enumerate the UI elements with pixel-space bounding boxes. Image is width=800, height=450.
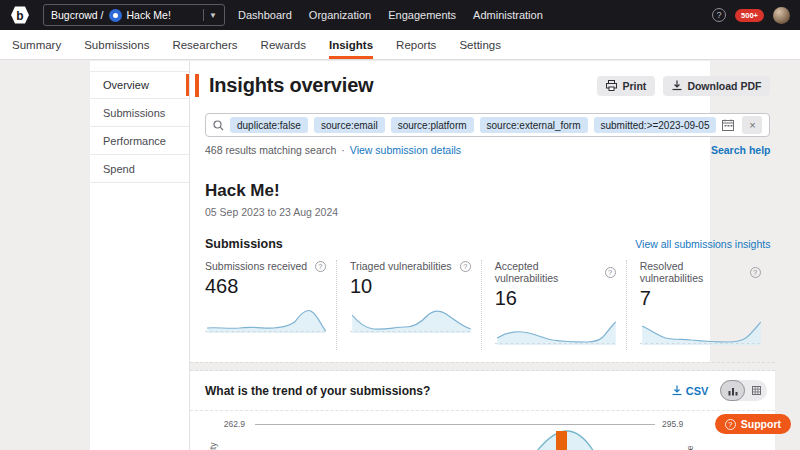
sidebar-item-spend[interactable]: Spend [90, 155, 189, 183]
search-input[interactable]: duplicate:false source:email source:plat… [205, 113, 770, 137]
filter-pill-source-external-form[interactable]: source:external_form [480, 117, 588, 133]
print-button[interactable]: Print [597, 76, 655, 96]
question-icon[interactable]: ? [460, 261, 471, 272]
results-row: 468 results matching search · View submi… [205, 144, 770, 156]
svg-text:b: b [16, 9, 23, 23]
searchbar-controls: × [722, 116, 762, 134]
clear-search-button[interactable]: × [742, 116, 762, 134]
calendar-icon[interactable] [722, 119, 734, 131]
stat-card-triaged: Triaged vulnerabilities ? 10 [336, 260, 481, 350]
head-actions: Print Download PDF [597, 76, 770, 96]
view-all-submissions-insights-link[interactable]: View all submissions insights [635, 238, 770, 250]
tab-settings[interactable]: Settings [459, 30, 501, 59]
question-icon: ? [725, 419, 736, 430]
sidebar-item-overview[interactable]: Overview [90, 71, 189, 99]
stat-value: 468 [205, 275, 328, 298]
sidebar-item-performance[interactable]: Performance [90, 127, 189, 155]
table-view-toggle[interactable] [745, 386, 767, 395]
content-panel: Overview Submissions Performance Spend I… [90, 61, 710, 450]
chart-view-toggle[interactable] [720, 380, 745, 401]
stat-card-top: Triaged vulnerabilities ? [350, 260, 473, 272]
chevron-down-icon: ▼ [209, 11, 217, 20]
question-icon[interactable]: ? [605, 267, 616, 278]
program-name-heading: Hack Me! [205, 181, 775, 201]
search-help-link[interactable]: Search help [711, 144, 771, 156]
stat-value: 10 [350, 275, 473, 298]
search-icon [213, 120, 224, 131]
user-avatar[interactable] [773, 7, 790, 24]
trend-chart: 262.9 175.3 87.6 Total by severity 295.9… [190, 411, 775, 450]
tab-researchers[interactable]: Researchers [172, 30, 237, 59]
trend-head: What is the trend of your submissions? C… [205, 380, 767, 401]
filter-pill-source-platform[interactable]: source:platform [391, 117, 474, 133]
stat-card-accepted: Accepted vulnerabilities ? 16 [481, 260, 626, 350]
program-tabs: Summary Submissions Researchers Rewards … [0, 30, 800, 60]
program-avatar [109, 9, 122, 22]
stat-label: Submissions received [205, 260, 307, 272]
notification-badge[interactable]: 500+ [735, 9, 764, 22]
bar-chart-icon [728, 386, 738, 396]
tab-insights[interactable]: Insights [329, 30, 373, 59]
stat-label: Accepted vulnerabilities [495, 260, 605, 284]
topbar: b Bugcrowd / Hack Me! ▼ Dashboard Organi… [0, 0, 800, 30]
question-icon[interactable]: ? [750, 267, 761, 278]
bugcrowd-logo[interactable]: b [10, 5, 30, 25]
printer-icon [606, 80, 617, 91]
stat-cards: Submissions received ? 468 Triaged vulne… [205, 260, 770, 350]
filter-pill-duplicate[interactable]: duplicate:false [230, 117, 308, 133]
right-axis-label: Total by volume [685, 445, 695, 450]
main-content: Insights overview Print [190, 61, 775, 450]
download-icon [672, 385, 682, 396]
stat-card-submissions-received: Submissions received ? 468 [205, 260, 336, 350]
download-pdf-button[interactable]: Download PDF [663, 76, 770, 96]
stat-card-resolved: Resolved vulnerabilities ? 7 [626, 260, 771, 350]
csv-download-link[interactable]: CSV [672, 385, 709, 397]
tab-reports[interactable]: Reports [396, 30, 436, 59]
stat-value: 7 [640, 287, 763, 310]
nav-item-organization[interactable]: Organization [309, 9, 371, 21]
results-separator: · [341, 144, 345, 156]
nav-item-engagements[interactable]: Engagements [388, 9, 456, 21]
question-icon[interactable]: ? [315, 261, 326, 272]
table-icon [752, 386, 761, 395]
filter-pill-source-email[interactable]: source:email [314, 117, 385, 133]
stat-card-top: Submissions received ? [205, 260, 328, 272]
submissions-head: Submissions View all submissions insight… [205, 237, 770, 251]
insights-sidebar: Overview Submissions Performance Spend [90, 61, 190, 450]
nav-item-dashboard[interactable]: Dashboard [238, 9, 292, 21]
program-selector-label: Hack Me! [127, 9, 171, 21]
trend-plot [255, 411, 655, 450]
nav-item-administration[interactable]: Administration [473, 9, 543, 21]
tab-rewards[interactable]: Rewards [261, 30, 306, 59]
sparkline-chart-triaged [350, 300, 473, 338]
csv-link-label: CSV [686, 385, 709, 397]
trend-card: What is the trend of your submissions? C… [190, 371, 775, 450]
help-icon[interactable]: ? [712, 8, 726, 22]
chart-table-toggle [720, 380, 767, 401]
filter-pill-submitted-date[interactable]: submitted:>=2023-09-05 [594, 117, 717, 133]
stat-value: 16 [495, 287, 618, 310]
sidebar-item-submissions[interactable]: Submissions [90, 99, 189, 127]
submissions-section-title: Submissions [205, 237, 283, 251]
support-button[interactable]: ? Support [715, 414, 791, 434]
selector-divider [203, 9, 204, 21]
results-count: 468 results matching search [205, 144, 336, 156]
sparkline-chart-submissions-received [205, 300, 328, 338]
trend-actions: CSV [672, 380, 768, 401]
close-icon: × [749, 119, 755, 131]
screen: b Bugcrowd / Hack Me! ▼ Dashboard Organi… [0, 0, 800, 450]
view-submission-details-link[interactable]: View submission details [350, 144, 461, 156]
tab-submissions[interactable]: Submissions [84, 30, 149, 59]
topbar-right: ? 500+ [712, 7, 790, 24]
stat-card-top: Accepted vulnerabilities ? [495, 260, 618, 284]
support-button-label: Support [741, 418, 781, 430]
print-button-label: Print [622, 80, 646, 92]
stat-card-top: Resolved vulnerabilities ? [640, 260, 763, 284]
tab-summary[interactable]: Summary [12, 30, 61, 59]
program-selector[interactable]: Bugcrowd / Hack Me! ▼ [43, 4, 225, 26]
download-icon [672, 80, 682, 91]
bugcrowd-logo-icon: b [10, 5, 30, 25]
sparkline-chart-accepted [495, 312, 618, 350]
page-head: Insights overview Print [195, 74, 775, 97]
download-pdf-button-label: Download PDF [687, 80, 761, 92]
